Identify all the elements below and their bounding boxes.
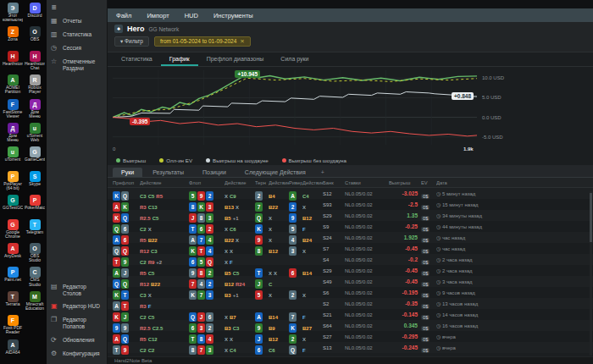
stake-cell: NL0.05/0.02	[345, 213, 389, 218]
desktop-icon-skype[interactable]: SSkype	[25, 171, 45, 186]
tab-статистика[interactable]: Статистика	[113, 52, 161, 66]
time-cell: ◷ час назад	[436, 245, 492, 251]
desktop-icon-label: Дом Меню	[25, 110, 45, 119]
action-token: X	[302, 249, 306, 254]
desktop-icon-potplayer-64-bit[interactable]: PPotPlayer (64 bit)	[3, 171, 23, 191]
desktop-icon-label: OBS	[25, 37, 45, 41]
desktop-icon-telegram[interactable]: TTelegram	[25, 219, 45, 234]
legend-item-выигрыш-на-шоудауне[interactable]: Выигрыш на шоудауне	[206, 157, 269, 163]
time-cell: ◷ 13 часов назад	[436, 301, 492, 306]
desktop-icon-этот-компьютер[interactable]: ЭЭтот компьютер	[3, 3, 23, 23]
desktop-icon-minecraft-education[interactable]: MMinecraft Education	[25, 291, 45, 312]
sidebar-item-редактор-попапов[interactable]: ❐Редактор Попапов	[47, 313, 107, 334]
desktop-icon-foxit-pdf-reader[interactable]: FFoxit PDF Reader	[3, 315, 23, 335]
column-header-1[interactable]: Действие	[140, 180, 189, 185]
menu-item-инструменты[interactable]: Инструменты	[213, 12, 253, 19]
desktop-icon-hearthstone[interactable]: HHearthstone	[3, 51, 23, 66]
pot-cell: S9	[323, 224, 345, 229]
legend-item-олл-ин-ev[interactable]: Олл-ин EV	[159, 157, 192, 163]
legend-item-выигрыш-без-шоудауна[interactable]: Выигрыш без шоудауна	[282, 157, 346, 163]
sidebar-item-обновления[interactable]: ⟳Обновления	[47, 334, 107, 347]
column-header-4[interactable]: Терн	[255, 180, 269, 185]
pot-cell: S64	[323, 323, 345, 328]
desktop-icon-google-chrome[interactable]: GGoogle Chrome	[3, 219, 23, 240]
menu-item-hud[interactable]: HUD	[185, 12, 198, 19]
sidebar-item-конфигурация[interactable]: ⚙Конфигурация	[47, 347, 107, 361]
column-header-9[interactable]: Ставки	[345, 180, 389, 185]
column-header-8[interactable]: Банк	[323, 180, 345, 185]
time-text: 34 минуты назад	[442, 213, 482, 218]
hands-tab-позиции[interactable]: Позиции	[194, 168, 235, 177]
desktop-icon-obs-studio[interactable]: OOBS Studio	[25, 243, 45, 263]
clock-icon: ◷	[436, 202, 442, 207]
stake-cell: NL0.05/0.02	[345, 312, 389, 317]
tab-сила-руки[interactable]: Сила руки	[272, 52, 317, 66]
tab-график[interactable]: График	[161, 52, 198, 66]
time-cell: ◷ 3 часа назад	[436, 279, 492, 284]
hand-row[interactable]: T9C2C2873XC46C6QFS13NL0.05/0.02-0.2450$◷…	[108, 342, 593, 353]
time-text: 9 часов назад	[442, 290, 475, 295]
ev-badge: 0$	[421, 348, 430, 353]
desktop-icon-paint-net[interactable]: PPaint.net	[3, 267, 23, 282]
desktop-icon-aomei-partition[interactable]: AAOMEI Partition	[3, 74, 23, 95]
column-header-11[interactable]: EV	[421, 180, 436, 185]
desktop-icon-hearthstone-chat[interactable]: HHearthstone Chat	[25, 51, 45, 71]
vertical-scrollbar[interactable]	[590, 191, 592, 356]
scrollbar-thumb[interactable]	[590, 193, 592, 242]
desktop-icon-aida64[interactable]: AAIDA64	[3, 339, 23, 355]
menu-item-файл[interactable]: Файл	[116, 12, 131, 19]
desktop-icon-ggtestgc[interactable]: GGGTestGC	[3, 195, 23, 210]
desktop-icon-pokermatch[interactable]: PPokerMatch	[25, 195, 45, 210]
column-header-0[interactable]: Префлоп	[113, 180, 140, 185]
hands-tab-руки[interactable]: Руки	[113, 168, 142, 177]
hands-tab-следующие-действия[interactable]: Следующие Действия	[236, 168, 314, 177]
desktop-icon-discord[interactable]: DDiscord	[25, 3, 45, 18]
legend-item-выигрыш[interactable]: Выигрыш	[116, 157, 146, 163]
desktop-icon-anydesk[interactable]: AAnyDesk	[3, 243, 23, 258]
desktop-icon-roblox-player[interactable]: RRoblox Player	[25, 74, 45, 95]
desktop-icon-utorrent[interactable]: uuTorrent	[3, 146, 23, 162]
cards-cell: 6	[255, 340, 269, 356]
win-cell: 1.35	[389, 212, 421, 218]
desktop-icon-дом-меню[interactable]: ДДом Меню	[25, 99, 45, 119]
chart-legend: ВыигрышОлл-ин EVВыигрыш на шоудаунеВыигр…	[108, 155, 593, 165]
stake-cell: NL0.05/0.02	[345, 301, 389, 306]
app-icon: G	[8, 219, 19, 230]
card-8s: 8	[189, 345, 197, 355]
desktop-icon-terraria[interactable]: TTerraria	[3, 291, 23, 306]
stake-cell: NL0.05/0.02	[345, 202, 389, 207]
desktop-icon-дом-меню[interactable]: ДДом Меню	[3, 123, 23, 143]
close-icon[interactable]: ✕	[240, 38, 244, 44]
sidebar-item-редактор-столов[interactable]: ▤Редактор Столов	[47, 280, 107, 301]
menu-item-импорт[interactable]: Импорт	[147, 12, 169, 19]
desktop-icon-obs[interactable]: OOBS	[25, 26, 45, 41]
date-range-chip[interactable]: from 01-05-2024 to 01-09-2024✕	[154, 36, 251, 47]
window-top-strip	[108, 0, 593, 8]
menu-toggle-icon[interactable]: ≡	[47, 0, 107, 14]
sidebar-item-отчеты[interactable]: ▦Отчеты	[47, 14, 107, 28]
sidebar-item-отмеченные-раздачи[interactable]: ☆Отмеченные Раздачи	[47, 55, 107, 75]
win-cell: -0.2	[389, 256, 421, 262]
column-header-6[interactable]: Ривер	[289, 180, 302, 185]
hands-tab-результаты[interactable]: Результаты	[144, 168, 192, 177]
column-header-12[interactable]: Дата	[436, 180, 492, 185]
desktop-icon-zona[interactable]: ZZona	[3, 26, 23, 41]
add-tab-button[interactable]: +	[316, 168, 330, 177]
sidebar-item-статистика[interactable]: ▥Статистика	[47, 28, 107, 41]
y-axis-label: 0.0 USD	[482, 115, 502, 120]
column-header-10[interactable]: Выигрыш	[389, 180, 421, 185]
column-header-2[interactable]: Флоп	[189, 180, 224, 185]
sidebar-item-сессия[interactable]: ◷Сессия	[47, 41, 107, 55]
tab-префлоп-диапазоны[interactable]: Префлоп диапазоны	[198, 52, 273, 66]
sidebar-item-label: Отчеты	[63, 18, 81, 25]
desktop-icon-faststone-viewer[interactable]: FFastStone Viewer	[3, 99, 23, 119]
column-header-3[interactable]: Действие	[224, 180, 255, 185]
column-header-5[interactable]: Действие	[269, 180, 289, 185]
filter-button[interactable]: ▾ Фильтр	[114, 36, 149, 47]
desktop-icon-cms-studio[interactable]: CCMS Studio	[25, 267, 45, 287]
desktop-icon-utorrent-web[interactable]: uuTorrent Web	[25, 123, 45, 143]
updates-icon: ⟳	[51, 337, 59, 344]
column-header-7[interactable]: Действие	[302, 180, 323, 185]
desktop-icon-gamecenter[interactable]: GGameCenter	[25, 146, 45, 162]
sidebar-item-редактор-hud[interactable]: ▣Редактор HUD	[47, 300, 107, 313]
